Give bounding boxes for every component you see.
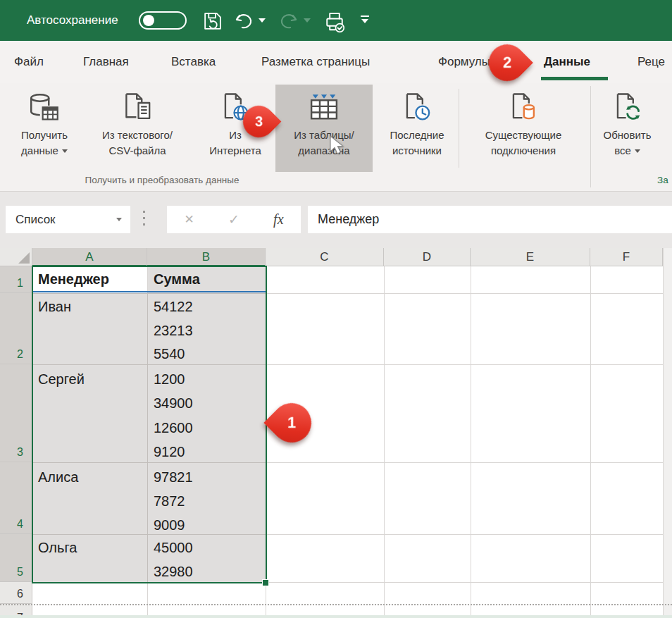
toggle-knob (143, 15, 154, 26)
excel-window: Автосохранение (0, 0, 672, 618)
dropdown-caret-icon (635, 149, 640, 153)
callout-number: 1 (287, 414, 296, 432)
vertical-scrollbar[interactable] (663, 248, 672, 618)
from-text-csv-button[interactable]: Из текстового/ CSV-файла (85, 85, 190, 172)
from-table-range-button[interactable]: Из таблицы/ диапазона (275, 85, 373, 172)
button-label: Последние источники (390, 128, 444, 159)
save-icon[interactable] (201, 10, 224, 32)
select-all-triangle-icon (18, 252, 30, 264)
get-data-button[interactable]: Получить данные (6, 85, 83, 172)
row-header-5[interactable]: 5 (0, 534, 32, 582)
button-label: Существующие подключения (485, 128, 562, 159)
ribbon-group-divider (590, 86, 591, 187)
ribbon-divider (459, 89, 459, 168)
insert-function-icon[interactable] (256, 211, 301, 228)
gridline (471, 266, 471, 618)
redo-dropdown-caret-icon (304, 18, 311, 23)
undo-dropdown-caret-icon[interactable] (259, 18, 266, 23)
autosave-toggle[interactable] (139, 11, 187, 30)
column-header-b[interactable]: B (147, 248, 266, 266)
row-header-4[interactable]: 4 (0, 462, 32, 534)
tab-insert[interactable]: Вставка (171, 41, 216, 83)
recent-sources-button[interactable]: Последние источники (375, 85, 459, 172)
gridline (590, 266, 591, 618)
tab-review[interactable]: Реце (637, 41, 665, 83)
fill-handle[interactable] (262, 579, 269, 586)
get-data-icon (27, 85, 62, 125)
existing-connections-icon (506, 85, 541, 125)
row-header-3[interactable]: 3 (0, 364, 32, 462)
gridline (384, 266, 385, 618)
quick-print-icon[interactable] (323, 10, 347, 34)
select-all-button[interactable] (0, 248, 32, 266)
dropdown-caret-icon (62, 149, 68, 153)
formula-value: Менеджер (318, 212, 379, 226)
row-header-2[interactable]: 2 (0, 293, 32, 364)
sheet-top-gap (0, 243, 672, 248)
formula-input[interactable]: Менеджер (308, 206, 672, 233)
refresh-all-button[interactable]: Обновить все (594, 85, 661, 172)
name-box-caret-icon[interactable] (116, 218, 122, 221)
cancel-icon[interactable] (167, 212, 211, 227)
active-tab-underline (541, 77, 608, 80)
from-text-csv-icon (120, 85, 155, 125)
titlebar: Автосохранение (0, 0, 672, 41)
callout-number: 3 (255, 113, 263, 130)
undo-icon[interactable] (232, 10, 255, 32)
column-header-a[interactable]: A (32, 248, 147, 266)
button-label: Из текстового/ CSV-файла (102, 128, 173, 159)
column-header-f[interactable]: F (590, 248, 663, 266)
from-table-range-icon (306, 85, 342, 125)
button-label: Обновить все (604, 128, 652, 159)
recent-sources-icon (399, 85, 435, 125)
enter-icon[interactable] (211, 211, 256, 228)
group-label-clipped: За (657, 175, 668, 185)
redo-icon (278, 10, 300, 32)
column-header-e[interactable]: E (471, 248, 590, 266)
autosave-label: Автосохранение (27, 0, 118, 41)
name-box-value: Список (15, 213, 56, 226)
tab-page-layout[interactable]: Разметка страницы (261, 41, 370, 83)
name-box[interactable]: Список (6, 206, 130, 233)
column-header-c[interactable]: C (266, 248, 384, 266)
customize-toolbar-icon[interactable] (361, 16, 369, 23)
ribbon-tab-bar: Файл Главная Вставка Разметка страницы Ф… (0, 41, 672, 83)
callout-number: 2 (503, 54, 511, 72)
existing-connections-button[interactable]: Существующие подключения (461, 85, 586, 172)
button-label: Получить данные (21, 128, 68, 159)
formula-bar-row: Список Менеджер (0, 192, 672, 248)
tab-file[interactable]: Файл (14, 41, 44, 83)
tab-home[interactable]: Главная (83, 41, 129, 83)
column-header-d[interactable]: D (384, 248, 471, 266)
refresh-all-icon (610, 85, 645, 125)
row-header-1[interactable]: 1 (0, 266, 32, 293)
row-header-6[interactable]: 6 (0, 582, 32, 604)
worksheet: A B C D E F 1 2 3 4 5 6 7 Менеджер Сумма (0, 243, 672, 618)
formula-bar-resize-handle[interactable] (143, 211, 146, 230)
mouse-cursor-icon (328, 135, 345, 156)
group-label-get-transform: Получить и преобразовать данные (21, 175, 303, 185)
page-break-line (0, 604, 672, 605)
tab-formulas[interactable]: Формулы (438, 41, 490, 83)
formula-buttons (167, 206, 301, 233)
window-bottom-edge (0, 615, 672, 618)
selection-border (32, 266, 267, 583)
